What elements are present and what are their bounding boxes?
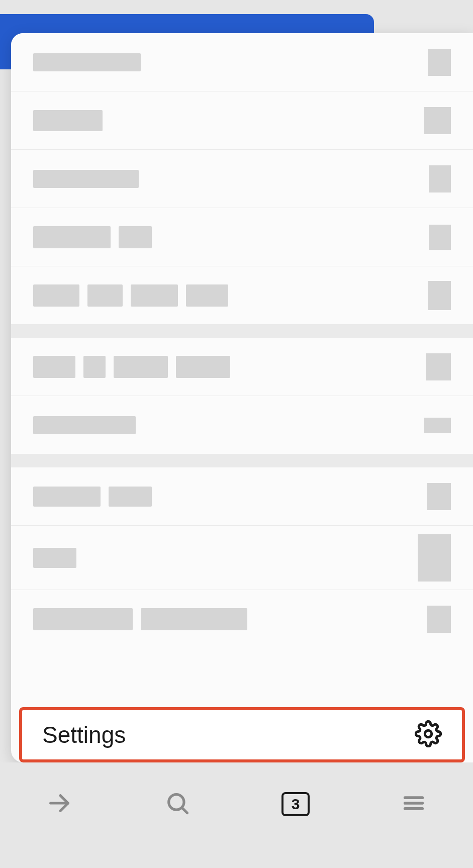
search-button[interactable] — [152, 787, 203, 822]
menu-item-9[interactable] — [11, 526, 473, 590]
tabs-button[interactable]: 3 — [270, 787, 321, 822]
menu-item-settings[interactable]: Settings — [19, 707, 465, 762]
menu-item-6[interactable] — [11, 338, 473, 396]
menu-item-icon-placeholder — [428, 49, 451, 76]
tabs-icon: 3 — [281, 792, 310, 816]
forward-button[interactable] — [34, 787, 84, 822]
tab-count: 3 — [292, 796, 300, 813]
menu-item-label-placeholder — [33, 284, 228, 307]
menu-item-label-placeholder — [33, 53, 141, 71]
menu-scroll-area — [11, 33, 473, 701]
menu-item-1[interactable] — [11, 33, 473, 91]
bottom-toolbar: 3 — [0, 762, 473, 868]
menu-item-label-placeholder — [33, 487, 152, 507]
menu-item-icon-placeholder — [429, 165, 451, 192]
menu-item-icon-placeholder — [427, 606, 451, 633]
menu-item-label-placeholder — [33, 170, 139, 188]
menu-button[interactable] — [389, 787, 439, 822]
menu-item-4[interactable] — [11, 208, 473, 266]
menu-item-icon-placeholder — [427, 483, 451, 510]
menu-item-label-placeholder — [33, 110, 103, 131]
svg-point-0 — [425, 730, 432, 737]
menu-divider — [11, 454, 473, 467]
menu-item-icon-placeholder — [429, 225, 451, 250]
menu-item-label-placeholder — [33, 548, 76, 568]
menu-item-icon-placeholder — [426, 353, 451, 380]
arrow-right-icon — [46, 790, 72, 818]
svg-line-3 — [182, 808, 187, 813]
hamburger-icon — [401, 790, 427, 818]
menu-item-label-placeholder — [33, 608, 247, 630]
settings-label: Settings — [42, 721, 126, 748]
gear-icon — [415, 720, 442, 749]
menu-item-3[interactable] — [11, 150, 473, 208]
menu-item-10[interactable] — [11, 590, 473, 648]
menu-item-8[interactable] — [11, 467, 473, 526]
app-root: Settings — [0, 0, 473, 868]
menu-item-2[interactable] — [11, 91, 473, 150]
search-icon — [164, 790, 191, 818]
menu-item-icon-placeholder — [428, 281, 451, 310]
menu-item-label-placeholder — [33, 356, 230, 378]
menu-item-icon-placeholder — [418, 534, 451, 582]
menu-divider — [11, 325, 473, 338]
menu-item-5[interactable] — [11, 266, 473, 325]
menu-item-7[interactable] — [11, 396, 473, 454]
menu-item-label-placeholder — [33, 416, 136, 434]
menu-item-label-placeholder — [33, 226, 152, 248]
menu-item-icon-placeholder — [424, 107, 451, 134]
overflow-menu-panel: Settings — [11, 33, 473, 762]
menu-item-icon-placeholder — [424, 418, 451, 433]
